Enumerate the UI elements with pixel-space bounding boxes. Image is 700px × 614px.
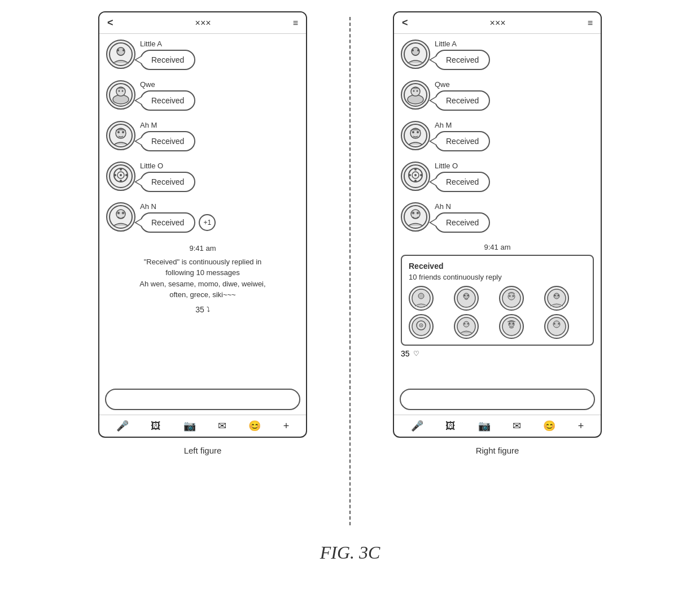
right-avatar-2: [401, 80, 430, 110]
right-figure-label: Right figure: [476, 446, 519, 455]
svg-point-25: [118, 212, 119, 214]
svg-point-75: [467, 323, 469, 325]
left-bubble-4: Received: [140, 172, 195, 192]
left-bubble-row-5: Received +1: [140, 212, 216, 233]
left-mail-icon[interactable]: ✉: [218, 420, 226, 432]
left-bubble-row-2: Received: [140, 90, 195, 111]
left-message-3: Ah M Received: [106, 121, 299, 151]
left-message-content-4: Little O Received: [140, 162, 195, 192]
right-avatars-grid: [409, 286, 586, 339]
svg-point-3: [123, 49, 125, 51]
left-emoji-icon[interactable]: 😊: [248, 420, 261, 432]
right-bubble-row-3: Received: [435, 131, 490, 151]
left-notif-line4: often, grece, siki~~~: [106, 289, 299, 301]
left-message-1: Little A Received: [106, 40, 299, 70]
right-image-icon[interactable]: 🖼: [445, 420, 456, 432]
left-arrow-icon: ⤵: [207, 304, 210, 315]
left-image-icon[interactable]: 🖼: [151, 420, 161, 432]
right-mail-icon[interactable]: ✉: [513, 420, 521, 432]
right-sender-2: Qwe: [435, 80, 490, 89]
left-bubble-row-3: Received: [140, 131, 195, 151]
left-avatar-5: [106, 202, 135, 232]
right-notif-box-subtitle: 10 friends continuously reply: [409, 273, 586, 281]
left-sender-1: Little A: [140, 40, 195, 48]
svg-point-55: [418, 293, 424, 299]
svg-point-26: [123, 212, 124, 214]
svg-point-43: [414, 174, 417, 176]
svg-point-18: [120, 180, 122, 182]
right-avatar-3: [401, 121, 430, 150]
svg-point-71: [421, 325, 422, 326]
right-likes-row: 35 ♡: [401, 349, 594, 358]
left-camera-icon[interactable]: 📷: [183, 420, 196, 432]
right-sender-1: Little A: [435, 40, 490, 48]
left-message-content-2: Qwe Received: [140, 80, 195, 111]
right-bubble-5: Received: [435, 212, 490, 233]
right-figure-container: < ××× ≡: [362, 11, 633, 455]
left-back-button[interactable]: <: [107, 17, 113, 29]
right-message-content-5: Ah N Received: [435, 202, 490, 233]
left-notif-line1: "Received" is continuously replied in: [106, 256, 299, 268]
right-small-avatar-8: [544, 314, 569, 339]
right-phone-header: < ××× ≡: [394, 12, 601, 34]
left-avatar-3: [106, 121, 135, 150]
right-message-1: Little A Received: [401, 40, 594, 70]
svg-point-79: [513, 323, 514, 325]
right-notif-wrapper: 9:41 am Received 10 friends continuously…: [401, 243, 594, 358]
right-header-title: ×××: [490, 18, 506, 28]
right-message-4: Little O Received: [401, 162, 594, 192]
right-likes-icon: ♡: [413, 350, 419, 358]
left-bubble-1: Received: [140, 50, 195, 70]
right-avatar-4: [401, 162, 430, 191]
left-bubble-3: Received: [140, 131, 195, 151]
right-small-avatar-2: [454, 286, 479, 311]
right-input-bar[interactable]: [400, 389, 595, 410]
right-likes-count: 35: [401, 349, 410, 358]
left-sender-3: Ah M: [140, 121, 195, 129]
left-bubble-5: Received: [140, 212, 195, 233]
right-notification-box: Received 10 friends continuously reply: [401, 255, 594, 346]
left-header-title: ×××: [195, 18, 211, 28]
svg-point-29: [412, 49, 414, 51]
right-camera-icon[interactable]: 📷: [478, 420, 491, 432]
left-notif-line2: following 10 messages: [106, 267, 299, 278]
svg-point-22: [116, 210, 125, 219]
right-message-3: Ah M Received: [401, 121, 594, 151]
svg-point-53: [417, 212, 418, 214]
left-figure-label: Left figure: [184, 446, 222, 455]
svg-point-58: [464, 295, 466, 297]
right-notif-box-title: Received: [409, 262, 586, 271]
center-divider: [349, 17, 351, 525]
right-plus-icon[interactable]: +: [578, 420, 584, 432]
left-bubble-2: Received: [140, 90, 195, 111]
right-avatar-5: [401, 202, 430, 232]
left-mic-icon[interactable]: 🎤: [116, 420, 129, 432]
right-menu-icon[interactable]: ≡: [588, 18, 593, 28]
left-sender-2: Qwe: [140, 80, 195, 89]
right-bubble-2: Received: [435, 90, 490, 111]
svg-point-74: [464, 323, 466, 325]
right-bubble-3: Received: [435, 131, 490, 151]
left-menu-icon[interactable]: ≡: [293, 18, 298, 28]
svg-point-20: [125, 174, 128, 176]
right-emoji-icon[interactable]: 😊: [543, 420, 555, 432]
svg-point-47: [420, 174, 422, 176]
right-small-avatar-4: [544, 286, 569, 311]
right-mic-icon[interactable]: 🎤: [411, 420, 423, 432]
right-message-content-1: Little A Received: [435, 40, 490, 70]
right-phone-body: Little A Received: [394, 34, 601, 384]
left-input-bar[interactable]: [105, 389, 300, 410]
right-bubble-row-2: Received: [435, 90, 490, 111]
svg-point-61: [508, 293, 515, 300]
svg-point-2: [117, 49, 119, 51]
svg-point-78: [509, 323, 511, 325]
left-plus-icon[interactable]: +: [283, 420, 290, 432]
right-back-button[interactable]: <: [402, 17, 408, 29]
svg-point-30: [417, 49, 419, 51]
left-phone-frame: < ××× ≡: [98, 11, 307, 438]
left-phone-header: < ××× ≡: [99, 12, 306, 34]
left-message-content-1: Little A Received: [140, 40, 195, 70]
svg-point-68: [412, 317, 430, 336]
left-message-5: Ah N Received +1: [106, 202, 299, 233]
right-bubble-row-1: Received: [435, 50, 490, 70]
